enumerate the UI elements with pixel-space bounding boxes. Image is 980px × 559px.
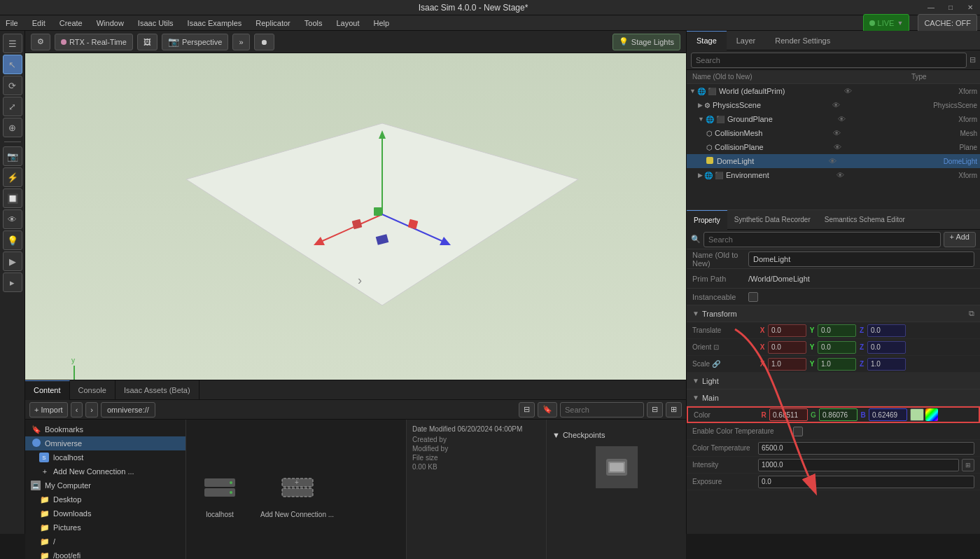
camera-tool[interactable]: 📷 xyxy=(3,146,22,166)
menu-isaac-examples[interactable]: Isaac Examples xyxy=(185,18,245,29)
tree-my-computer[interactable]: 💻 My Computer xyxy=(25,478,186,492)
stage-row-world[interactable]: ▼ 🌐 ⬛ World (defaultPrim) 👁 Xform xyxy=(687,84,980,98)
prop-add-button[interactable]: + Add xyxy=(944,232,976,247)
snap-tool[interactable]: 🔲 xyxy=(3,188,22,208)
stage-search-input[interactable] xyxy=(691,53,967,68)
tree-omniverse[interactable]: Omniverse xyxy=(25,436,186,450)
file-item-localhost[interactable]: localhost xyxy=(200,467,239,518)
color-r-input[interactable]: 0.68511 xyxy=(769,408,808,421)
stage-row-groundplane[interactable]: ▼ 🌐 ⬛ GroundPlane 👁 Xform xyxy=(687,112,980,126)
intensity-value[interactable]: 1000.0 xyxy=(758,459,959,471)
tab-synthetic-data[interactable]: Synthetic Data Recorder xyxy=(727,210,818,230)
visibility-tool[interactable]: 👁 xyxy=(3,209,22,229)
stage-row-physics[interactable]: ▶ ⚙ PhysicsScene 👁 PhysicsScene xyxy=(687,98,980,112)
stage-row-collisionmesh[interactable]: ⬡ CollisionMesh 👁 Mesh xyxy=(687,126,980,140)
close-button[interactable]: ✕ xyxy=(960,0,980,15)
nav-forward-button[interactable]: › xyxy=(85,402,98,417)
prop-search-input[interactable] xyxy=(704,232,941,247)
perspective-button[interactable]: 📷 Perspective xyxy=(162,34,228,50)
tree-desktop[interactable]: 📁 Desktop xyxy=(25,492,186,506)
prop-name-value[interactable]: DomeLight xyxy=(748,251,974,267)
live-button[interactable]: LIVE ▼ xyxy=(863,14,910,32)
more-tool[interactable]: ▸ xyxy=(3,272,22,292)
color-g-input[interactable]: 0.86076 xyxy=(819,408,858,421)
scale-tool[interactable]: ⤢ xyxy=(3,97,22,116)
menu-window[interactable]: Window xyxy=(94,18,127,29)
stage-lights-button[interactable]: 💡 Stage Lights xyxy=(612,34,680,50)
tree-pictures[interactable]: 📁 Pictures xyxy=(25,520,186,534)
stage-row-domelight[interactable]: DomeLight 👁 DomeLight xyxy=(687,154,980,168)
file-item-add-connection[interactable]: + Add New Connection ... xyxy=(260,467,334,518)
menu-file[interactable]: File xyxy=(3,18,21,29)
tab-content[interactable]: Content xyxy=(25,380,70,400)
tab-property[interactable]: Property xyxy=(687,210,727,230)
instanceable-checkbox[interactable] xyxy=(748,292,758,302)
scale-x[interactable]: 1.0 xyxy=(768,358,806,371)
menu-layout[interactable]: Layout xyxy=(333,18,362,29)
enable-color-temp-checkbox[interactable] xyxy=(793,427,803,436)
color-swatch[interactable] xyxy=(910,408,924,421)
translate-z[interactable]: 0.0 xyxy=(867,324,906,337)
chevron-button[interactable]: » xyxy=(232,34,249,50)
stage-filter-icon[interactable]: ⊟ xyxy=(969,55,976,64)
rotate-tool[interactable]: ⟳ xyxy=(3,76,22,95)
orient-y[interactable]: 0.0 xyxy=(818,341,856,354)
options-filter[interactable]: ⊟ xyxy=(647,402,663,417)
light-section-header[interactable]: ▼ Light xyxy=(687,373,980,389)
tab-render-settings[interactable]: Render Settings xyxy=(765,31,840,50)
menu-replicator[interactable]: Replicator xyxy=(253,18,293,29)
tab-console[interactable]: Console xyxy=(70,380,115,400)
tree-add-connection[interactable]: + Add New Connection ... xyxy=(25,464,186,478)
tree-localhost[interactable]: S localhost xyxy=(25,450,186,464)
file-search-input[interactable] xyxy=(560,402,644,417)
maximize-button[interactable]: □ xyxy=(941,0,960,15)
translate-x[interactable]: 0.0 xyxy=(768,324,806,337)
intensity-expand[interactable]: ⊞ xyxy=(962,459,974,471)
menu-tools[interactable]: Tools xyxy=(302,18,326,29)
minimize-button[interactable]: — xyxy=(921,0,941,15)
move-tool[interactable]: ↖ xyxy=(3,55,22,74)
tree-root[interactable]: 📁 / xyxy=(25,534,186,548)
scale-z[interactable]: 1.0 xyxy=(867,358,906,371)
tree-downloads[interactable]: 📁 Downloads xyxy=(25,506,186,520)
exposure-value[interactable]: 0.0 xyxy=(758,476,974,488)
menu-edit[interactable]: Edit xyxy=(29,18,48,29)
menu-help[interactable]: Help xyxy=(371,18,393,29)
transform-section-header[interactable]: ▼ Transform ⧉ xyxy=(687,305,980,322)
grid-view-button[interactable]: ⊞ xyxy=(666,402,682,417)
play-tool[interactable]: ▶ xyxy=(3,251,22,271)
menu-create[interactable]: Create xyxy=(57,18,85,29)
stage-row-collisionplane[interactable]: ⬡ CollisionPlane 👁 Plane xyxy=(687,140,980,154)
scale-y[interactable]: 1.0 xyxy=(818,358,856,371)
import-button[interactable]: + Import xyxy=(29,402,68,417)
color-temperature-value[interactable]: 6500.0 xyxy=(758,442,974,455)
orient-z[interactable]: 0.0 xyxy=(867,341,906,354)
rtx-mode-button[interactable]: RTX - Real-Time xyxy=(55,34,133,50)
tab-layer[interactable]: Layer xyxy=(727,31,766,50)
tree-bookmarks[interactable]: 🔖 Bookmarks xyxy=(25,422,186,436)
light-tool[interactable]: 💡 xyxy=(3,230,22,250)
universal-tool[interactable]: ⊕ xyxy=(3,118,22,137)
physics-tool[interactable]: ⚡ xyxy=(3,167,22,187)
cache-button[interactable]: CACHE: OFF xyxy=(918,14,977,32)
top-menu: File Edit Create Window Isaac Utils Isaa… xyxy=(0,15,980,31)
translate-y[interactable]: 0.0 xyxy=(818,324,856,337)
tab-isaac-assets[interactable]: Isaac Assets (Beta) xyxy=(115,380,200,400)
color-b-input[interactable]: 0.62469 xyxy=(869,408,907,421)
main-section-header[interactable]: ▼ Main xyxy=(687,389,980,406)
select-tool[interactable]: ☰ xyxy=(3,34,22,53)
viewport[interactable]: x y z m › xyxy=(25,53,686,380)
tab-semantics[interactable]: Semantics Schema Editor xyxy=(818,210,912,230)
menu-isaac-utils[interactable]: Isaac Utils xyxy=(135,18,176,29)
tree-boot-efi[interactable]: 📁 /boot/efi xyxy=(25,548,186,559)
record-button[interactable]: ⏺ xyxy=(254,34,274,50)
color-picker-button[interactable] xyxy=(925,408,938,421)
orient-x[interactable]: 0.0 xyxy=(768,341,806,354)
nav-back-button[interactable]: ‹ xyxy=(71,402,83,417)
render-mode-button[interactable]: 🖼 xyxy=(137,34,158,50)
stage-row-environment[interactable]: ▶ 🌐 ⬛ Environment 👁 Xform xyxy=(687,168,980,182)
tab-stage[interactable]: Stage xyxy=(687,31,727,50)
bookmark-button[interactable]: 🔖 xyxy=(538,402,557,417)
settings-button[interactable]: ⚙ xyxy=(31,34,50,50)
filter-button[interactable]: ⊟ xyxy=(519,402,535,417)
